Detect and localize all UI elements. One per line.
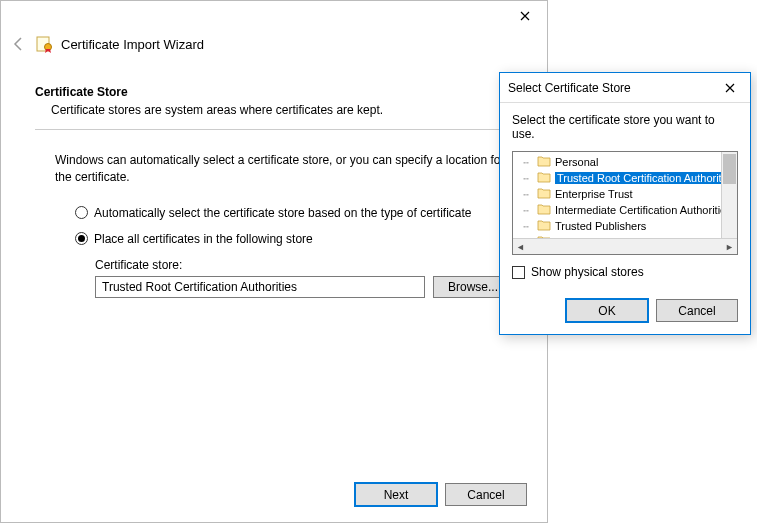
tree-item[interactable]: ⋯Trusted Root Certification Authorities [517,170,721,186]
dialog-instruction: Select the certificate store you want to… [512,113,738,141]
section-subtext: Certificate stores are system areas wher… [51,103,513,117]
radio-auto-label: Automatically select the certificate sto… [94,206,472,220]
cancel-button[interactable]: Cancel [656,299,738,322]
certificate-store-input[interactable] [95,276,425,298]
store-field-label: Certificate store: [95,258,513,272]
tree-branch-icon: ⋯ [519,173,533,184]
dialog-body: Select the certificate store you want to… [500,103,750,279]
certificate-import-wizard-window: Certificate Import Wizard Certificate St… [0,0,548,523]
radio-auto-select[interactable]: Automatically select the certificate sto… [75,206,513,220]
folder-icon [537,171,551,185]
tree-branch-icon: ⋯ [519,189,533,200]
dialog-titlebar: Select Certificate Store [500,73,750,103]
ok-button[interactable]: OK [566,299,648,322]
next-button[interactable]: Next [355,483,437,506]
horizontal-scrollbar[interactable]: ◄► [513,238,737,254]
radio-icon [75,232,88,245]
section-heading: Certificate Store [35,85,513,99]
show-physical-stores-checkbox[interactable]: Show physical stores [512,265,738,279]
cancel-button[interactable]: Cancel [445,483,527,506]
close-icon[interactable] [503,1,547,31]
radio-icon [75,206,88,219]
radio-place-label: Place all certificates in the following … [94,232,313,246]
tree-item-label: Enterprise Trust [555,188,633,200]
show-physical-label: Show physical stores [531,265,644,279]
folder-icon [537,187,551,201]
checkbox-icon [512,266,525,279]
description-text: Windows can automatically select a certi… [55,152,513,186]
certificate-icon [35,35,53,53]
close-icon[interactable] [710,73,750,103]
folder-icon [537,203,551,217]
select-certificate-store-dialog: Select Certificate Store Select the cert… [499,72,751,335]
folder-icon [537,155,551,169]
dialog-title: Select Certificate Store [508,81,631,95]
tree-branch-icon: ⋯ [519,157,533,168]
certificate-store-group: Certificate store: Browse... [95,258,513,298]
wizard-header: Certificate Import Wizard [1,31,547,67]
dialog-footer: OK Cancel [566,299,738,322]
tree-branch-icon: ⋯ [519,221,533,232]
tree-item-label: Intermediate Certification Authorities [555,204,732,216]
tree-item[interactable]: ⋯Intermediate Certification Authorities [517,202,721,218]
tree-item[interactable]: ⋯Personal [517,154,721,170]
tree-branch-icon: ⋯ [519,205,533,216]
wizard-footer: Next Cancel [355,483,527,506]
radio-place-all[interactable]: Place all certificates in the following … [75,232,513,246]
back-arrow-icon[interactable] [11,36,27,52]
wizard-titlebar [1,1,547,31]
tree-item-label: Trusted Root Certification Authorities [555,172,738,184]
certificate-store-tree[interactable]: ⋯Personal⋯Trusted Root Certification Aut… [512,151,738,255]
tree-item[interactable]: ⋯Enterprise Trust [517,186,721,202]
wizard-title: Certificate Import Wizard [61,37,204,52]
tree-item[interactable]: ⋯Trusted Publishers [517,218,721,234]
wizard-body: Certificate Store Certificate stores are… [1,67,547,298]
separator [35,129,513,130]
folder-icon [537,219,551,233]
tree-item-label: Trusted Publishers [555,220,646,232]
vertical-scrollbar[interactable] [721,152,737,238]
tree-item-label: Personal [555,156,598,168]
